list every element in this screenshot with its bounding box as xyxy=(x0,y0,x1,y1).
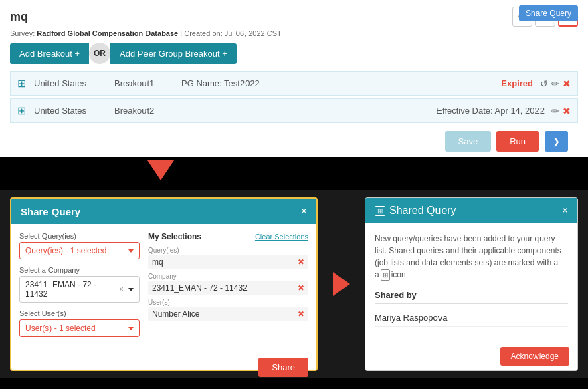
breakout-table: ⊞ United States Breakout1 PG Name: Test2… xyxy=(10,71,578,123)
link-icon: ⊞ xyxy=(375,206,385,216)
survey-name: Radford Global Compensation Database xyxy=(37,29,178,37)
users-select[interactable]: User(s) - 1 selected xyxy=(19,319,140,337)
panels-area: Share Query × Select Query(ies) Query(ie… xyxy=(0,190,588,378)
shared-modal-close-button[interactable]: × xyxy=(562,205,568,217)
company-select-value: 23411_EMAN - 72 - 11432 xyxy=(25,280,119,299)
shared-description: New query/queries have been added to you… xyxy=(375,233,568,281)
chevron-down-icon xyxy=(128,249,134,253)
row-actions: ✏ ✖ xyxy=(551,106,571,116)
share-query-button[interactable]: Share Query xyxy=(519,5,578,21)
shared-modal-footer: Acknowledge xyxy=(365,342,577,371)
shared-modal-body: New query/queries have been added to you… xyxy=(365,223,577,342)
shared-by-value: Mariya Raspopova xyxy=(375,309,568,327)
sel-user-label: User(s) xyxy=(148,299,308,306)
expand-icon[interactable]: ⊞ xyxy=(17,104,26,117)
users-select-label: Select User(s) xyxy=(19,309,140,317)
share-modal-footer: Share xyxy=(11,352,316,382)
sel-user-value: Number Alice xyxy=(152,309,199,319)
company-clear-icon[interactable]: × xyxy=(119,285,124,294)
sel-query-remove-btn[interactable]: ✖ xyxy=(298,257,304,267)
company-select-group: Select a Company 23411_EMAN - 72 - 11432… xyxy=(19,266,140,303)
sel-company-remove-btn[interactable]: ✖ xyxy=(298,283,304,293)
shared-modal-title: Shared Query xyxy=(389,205,456,217)
status-badge: Expired xyxy=(501,78,533,88)
chevron-down-icon xyxy=(128,327,134,330)
breakout-row: ⊞ United States Breakout1 PG Name: Test2… xyxy=(10,71,578,96)
share-modal-header: Share Query × xyxy=(11,199,316,224)
black-divider xyxy=(0,157,588,190)
share-modal-title: Share Query xyxy=(21,206,80,217)
query-select[interactable]: Query(ies) - 1 selected xyxy=(19,242,140,259)
arrow-down-icon xyxy=(147,160,174,180)
sel-company-value: 23411_EMAN - 72 - 11432 xyxy=(152,283,248,293)
add-peer-group-button[interactable]: Add Peer Group Breakout + xyxy=(110,43,237,64)
created-on: Created on: Jul 06, 2022 CST xyxy=(184,29,282,37)
country-label: United States xyxy=(34,106,114,116)
users-select-group: Select User(s) User(s) - 1 selected xyxy=(19,309,140,337)
subtitle: Survey: Radford Global Compensation Data… xyxy=(10,29,578,37)
pg-info: PG Name: Test2022 xyxy=(181,78,501,88)
shared-query-modal: ⊞ Shared Query × New query/queries have … xyxy=(365,197,578,371)
users-select-value: User(s) - 1 selected xyxy=(25,323,96,333)
breakout-row: ⊞ United States Breakout2 Effective Date… xyxy=(10,98,578,123)
next-button[interactable]: ❯ xyxy=(545,131,568,152)
or-badge: OR xyxy=(89,43,110,64)
share-modal-form: Select Query(ies) Query(ies) - 1 selecte… xyxy=(19,232,140,344)
breakout-name: Breakout2 xyxy=(114,106,181,116)
country-label: United States xyxy=(34,78,114,88)
save-button[interactable]: Save xyxy=(445,131,492,152)
toolbar: Add Breakout + OR Add Peer Group Breakou… xyxy=(10,43,578,64)
company-select[interactable]: 23411_EMAN - 72 - 11432 × xyxy=(19,276,140,303)
my-selections-header: My Selections Clear Selections xyxy=(148,232,308,241)
delete-row-btn[interactable]: ✖ xyxy=(563,106,571,116)
sel-query-value-row: mq ✖ xyxy=(148,255,308,269)
share-query-modal: Share Query × Select Query(ies) Query(ie… xyxy=(10,197,318,371)
shared-by-label: Shared by xyxy=(375,290,568,304)
add-breakout-button[interactable]: Add Breakout + xyxy=(10,43,89,64)
run-button[interactable]: Run xyxy=(496,131,539,152)
query-select-group: Select Query(ies) Query(ies) - 1 selecte… xyxy=(19,232,140,259)
query-select-value: Query(ies) - 1 selected xyxy=(25,246,106,255)
bottom-bar: Save Run ❯ xyxy=(10,126,578,157)
share-submit-button[interactable]: Share xyxy=(258,358,308,377)
expand-icon[interactable]: ⊞ xyxy=(17,77,26,90)
share-modal-close-button[interactable]: × xyxy=(301,205,307,217)
arrow-right-icon xyxy=(333,272,350,296)
selection-query-item: Query(ies) mq ✖ xyxy=(148,247,308,269)
company-select-label: Select a Company xyxy=(19,266,140,274)
sel-user-remove-btn[interactable]: ✖ xyxy=(298,309,304,319)
sel-query-value: mq xyxy=(152,257,163,267)
query-select-label: Select Query(ies) xyxy=(19,232,140,240)
acknowledge-button[interactable]: Acknowledge xyxy=(500,347,569,366)
clear-selections-link[interactable]: Clear Selections xyxy=(255,233,308,241)
share-modal-body: Select Query(ies) Query(ies) - 1 selecte… xyxy=(11,224,316,352)
selection-user-item: User(s) Number Alice ✖ xyxy=(148,299,308,321)
sel-query-label: Query(ies) xyxy=(148,247,308,254)
arrow-right-container xyxy=(324,197,358,371)
effective-date: Effective Date: Apr 14, 2022 xyxy=(436,106,545,116)
shared-modal-header: ⊞ Shared Query × xyxy=(365,198,577,223)
delete-row-btn[interactable]: ✖ xyxy=(563,78,571,89)
refresh-icon-btn[interactable]: ↺ xyxy=(540,78,548,89)
sel-user-value-row: Number Alice ✖ xyxy=(148,307,308,321)
breakout-name: Breakout1 xyxy=(114,78,181,88)
query-title: mq xyxy=(10,10,28,24)
sel-company-value-row: 23411_EMAN - 72 - 11432 ✖ xyxy=(148,281,308,295)
selection-company-item: Company 23411_EMAN - 72 - 11432 ✖ xyxy=(148,273,308,295)
row-actions: ↺ ✏ ✖ xyxy=(540,78,571,89)
edit-row-btn[interactable]: ✏ xyxy=(551,106,559,116)
shared-icon-indicator: ⊞ xyxy=(381,269,390,281)
sel-company-label: Company xyxy=(148,273,308,280)
chevron-down-icon xyxy=(128,288,134,291)
my-selections-title: My Selections xyxy=(148,232,201,241)
edit-row-btn[interactable]: ✏ xyxy=(551,78,559,89)
share-modal-selections: My Selections Clear Selections Query(ies… xyxy=(148,232,308,344)
